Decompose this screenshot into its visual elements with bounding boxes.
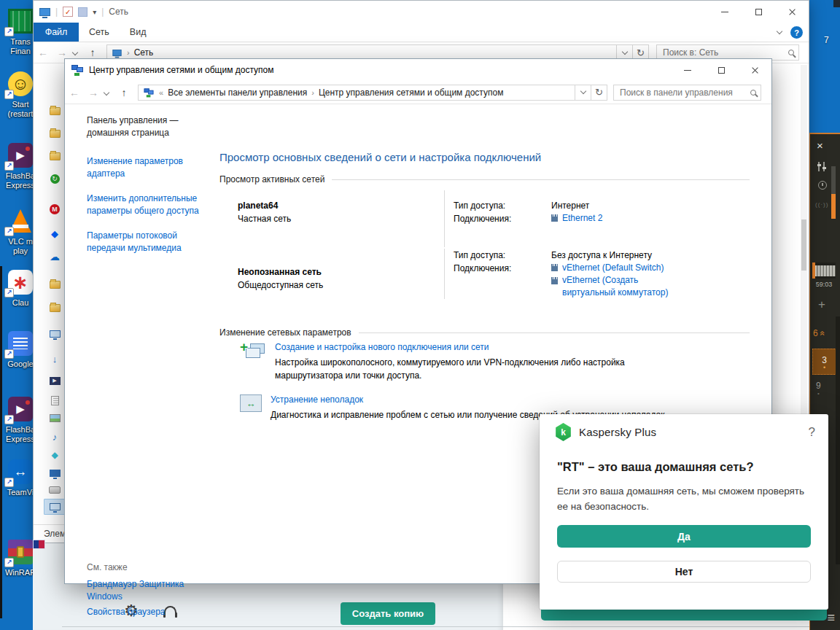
explorer-minimize-button[interactable]	[708, 1, 742, 23]
forward-icon[interactable]: →	[84, 87, 103, 98]
kaspersky-brand: Kaspersky Plus	[579, 426, 801, 438]
address-dropdown-icon[interactable]	[575, 85, 591, 101]
shortcut-arrow-icon: ↗	[4, 558, 14, 567]
shortcut-arrow-icon: ↗	[4, 478, 14, 487]
sidebar-adapter-settings-link[interactable]: Изменение параметров адаптера	[87, 155, 211, 180]
recorder-badge-3-selected[interactable]: 3•	[812, 349, 836, 375]
tree-desktop-icon[interactable]	[44, 465, 66, 481]
action-new-connection: + Создание и настройка нового подключени…	[240, 342, 728, 382]
connection-link[interactable]: Ethernet 2	[562, 213, 602, 223]
cp-maximize-button[interactable]	[704, 59, 738, 81]
back-icon[interactable]: ←	[34, 47, 52, 58]
breadcrumb-all-items[interactable]: Все элементы панели управления	[168, 88, 307, 98]
network-sharing-icon	[71, 65, 83, 75]
cp-address-bar[interactable]: « Все элементы панели управления › Центр…	[138, 85, 575, 101]
tab-file[interactable]: Файл	[34, 23, 79, 42]
network-profile: Частная сеть	[238, 212, 444, 225]
tree-folder-icon[interactable]	[44, 276, 66, 292]
tree-downloads-icon[interactable]: ↓	[44, 351, 66, 367]
no-button[interactable]: Нет	[557, 561, 811, 583]
access-type-value: Интернет	[551, 199, 750, 212]
tree-this-pc-icon[interactable]	[44, 326, 66, 342]
qat-check-icon[interactable]: ✓	[63, 7, 73, 17]
recorder-signal-icon[interactable]: ((·))	[815, 201, 828, 208]
cp-close-button[interactable]	[738, 59, 771, 81]
firewall-link[interactable]: Брандмауэр Защитника Windows	[87, 578, 203, 603]
recorder-close-icon[interactable]: ×	[817, 139, 823, 152]
collapse-icon: «	[817, 331, 828, 336]
recorder-badge-9[interactable]: 9•	[816, 381, 821, 395]
explorer-ribbon-tabs: Файл Сеть Вид ?	[34, 23, 809, 42]
qat-new-folder-icon[interactable]	[78, 7, 88, 17]
tree-sync-folder-icon[interactable]: ↻	[44, 171, 66, 187]
tree-videos-icon[interactable]: ▶	[44, 373, 66, 389]
tree-folder-icon[interactable]	[44, 148, 66, 164]
shortcut-arrow-icon: ↗	[4, 227, 14, 236]
popup-help-icon[interactable]: ?	[809, 425, 815, 440]
kaspersky-popup-footer-band	[541, 608, 827, 621]
back-icon[interactable]: ←	[65, 87, 84, 98]
sidebar-advanced-sharing-link[interactable]: Изменить дополнительные параметры общего…	[87, 192, 211, 217]
new-connection-link[interactable]: Создание и настройка нового подключения …	[275, 342, 687, 352]
breadcrumb-network-center[interactable]: Центр управления сетями и общим доступом	[319, 88, 504, 98]
search-icon[interactable]	[750, 90, 756, 96]
desktop: ↗ TransFinan ☺ ↗ Start(restart ▶ ↗ Flash…	[0, 0, 840, 630]
tab-network[interactable]: Сеть	[79, 23, 120, 42]
refresh-icon[interactable]: ↻	[591, 85, 607, 101]
sidebar-media-streaming-link[interactable]: Параметры потоковой передачи мультимедиа	[87, 230, 211, 254]
recorder-add-icon[interactable]: +	[818, 298, 825, 312]
create-backup-button[interactable]: Создать копию	[341, 602, 435, 625]
recorder-clock-icon[interactable]	[818, 181, 827, 190]
cp-titlebar: Центр управления сетями и общим доступом	[65, 59, 771, 81]
tree-folder-icon[interactable]	[44, 125, 66, 141]
window-bottom-edge	[62, 626, 809, 627]
recent-locations-icon[interactable]	[72, 50, 78, 55]
tree-pictures-icon[interactable]	[44, 410, 66, 426]
recording-waveform-thumbnail[interactable]	[812, 262, 836, 279]
explorer-close-button[interactable]	[775, 1, 809, 23]
cp-search[interactable]	[613, 85, 761, 101]
recorder-badge-6[interactable]: 6«	[813, 328, 825, 338]
tree-mega-icon[interactable]: M	[44, 201, 66, 217]
sidebar-home-link[interactable]: Панель управления — домашняя страница	[87, 114, 203, 139]
explorer-scrollbar-thumb[interactable]	[801, 219, 806, 271]
recorder-sliders-icon[interactable]	[818, 162, 828, 171]
recent-locations-icon[interactable]	[104, 89, 109, 95]
breadcrumb-network[interactable]: Сеть	[134, 47, 154, 58]
tree-network-icon-selected[interactable]	[44, 499, 66, 515]
tree-disk-icon[interactable]	[44, 482, 66, 498]
cp-search-input[interactable]	[618, 87, 747, 98]
tab-view[interactable]: Вид	[120, 23, 157, 42]
connection-link[interactable]: vEthernet (Default Switch)	[562, 262, 664, 273]
new-connection-icon: +	[240, 342, 266, 364]
explorer-maximize-button[interactable]	[742, 1, 775, 23]
tree-folder-icon[interactable]	[44, 103, 66, 119]
browser-properties-link[interactable]: Свойства браузера	[87, 606, 203, 618]
network-window-icon	[39, 8, 50, 16]
connection-link[interactable]: vEthernet (Создать виртуальный коммутато…	[562, 274, 681, 299]
recorder-scrollbar[interactable]	[836, 316, 840, 564]
section-change-settings: Изменение сетевых параметров	[219, 327, 750, 338]
page-title: Просмотр основных сведений о сети и наст…	[219, 151, 541, 163]
up-icon[interactable]: ↑	[83, 47, 102, 58]
ribbon-collapse-icon[interactable]	[777, 28, 782, 34]
tree-3d-objects-icon[interactable]: ◆	[44, 447, 66, 463]
help-icon[interactable]: ?	[790, 26, 803, 39]
tree-documents-icon[interactable]	[44, 392, 66, 408]
tree-onedrive-icon[interactable]: ☁	[44, 249, 66, 265]
ethernet-icon	[551, 214, 558, 222]
forward-icon[interactable]: →	[52, 47, 71, 58]
explorer-search-input[interactable]	[661, 47, 785, 58]
hamburger-menu-icon[interactable]: ≡	[827, 610, 835, 626]
troubleshoot-link[interactable]: Устранение неполадок	[271, 394, 667, 405]
tree-folder-icon[interactable]	[44, 300, 66, 316]
up-icon[interactable]: ↑	[114, 87, 133, 98]
qat-customize-icon[interactable]: ▾	[93, 8, 96, 16]
tree-music-icon[interactable]: ♪	[44, 429, 66, 445]
search-icon[interactable]	[788, 50, 794, 55]
cp-address-row: ← → ↑ « Все элементы панели управления ›…	[65, 81, 771, 104]
tree-dropbox-icon[interactable]: ◆	[44, 225, 66, 241]
cp-minimize-button[interactable]	[671, 59, 704, 81]
network-row: Неопознанная сеть Общедоступная сеть Тип…	[219, 249, 750, 299]
yes-button[interactable]: Да	[557, 525, 811, 548]
